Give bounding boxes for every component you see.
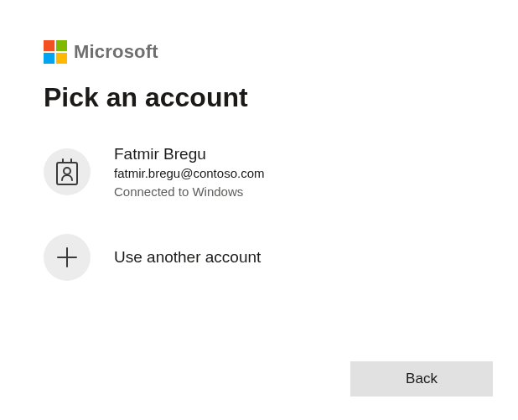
svg-point-1 bbox=[64, 168, 70, 174]
microsoft-logo-icon bbox=[44, 40, 67, 64]
use-another-account[interactable]: Use another account bbox=[44, 234, 474, 281]
back-button[interactable]: Back bbox=[350, 361, 493, 397]
account-email: fatmir.bregu@contoso.com bbox=[114, 165, 264, 182]
account-list: Fatmir Bregu fatmir.bregu@contoso.com Co… bbox=[44, 143, 474, 281]
account-item[interactable]: Fatmir Bregu fatmir.bregu@contoso.com Co… bbox=[44, 143, 474, 200]
account-status: Connected to Windows bbox=[114, 184, 264, 200]
page-title: Pick an account bbox=[44, 82, 474, 113]
plus-icon bbox=[44, 234, 91, 281]
badge-avatar-icon bbox=[44, 148, 91, 195]
account-name: Fatmir Bregu bbox=[114, 143, 264, 165]
brand-name: Microsoft bbox=[74, 41, 158, 63]
use-another-label: Use another account bbox=[114, 248, 261, 267]
brand-header: Microsoft bbox=[44, 40, 474, 64]
